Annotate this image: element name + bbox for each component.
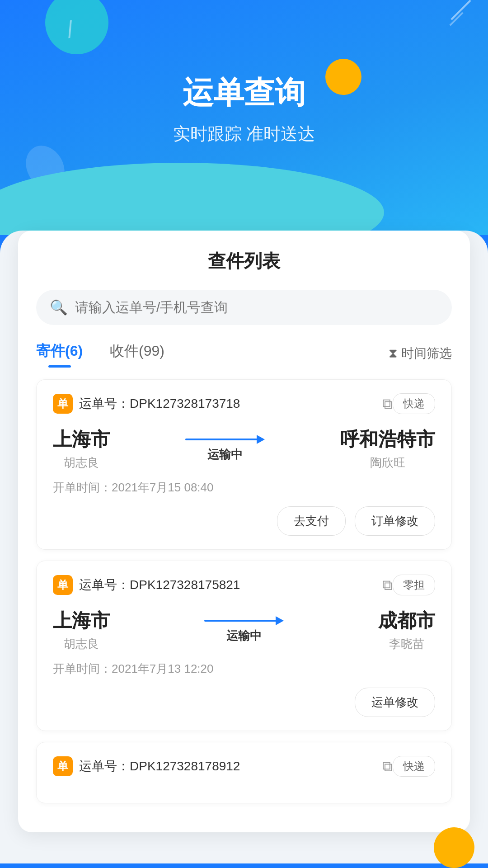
- shipment-card-1: 单 运单号：DPK127328173718 ⧉ 快递 上海市 胡志良 运输中: [36, 379, 452, 550]
- pay-button-1[interactable]: 去支付: [277, 506, 346, 536]
- from-person-2: 胡志良: [53, 636, 110, 652]
- shipment-card-2: 单 运单号：DPK127328175821 ⧉ 零担 上海市 胡志良 运输中: [36, 561, 452, 731]
- card-header-1: 单 运单号：DPK127328173718 ⧉ 快递: [53, 393, 435, 414]
- arrow-status-1: 运输中: [185, 435, 265, 462]
- card-header-3: 单 运单号：DPK127328178912 ⧉ 快递: [53, 756, 435, 777]
- from-city-block-1: 上海市 胡志良: [53, 427, 110, 471]
- arrow-line-1: [185, 435, 265, 444]
- open-time-1: 开单时间：2021年7月15 08:40: [53, 480, 435, 495]
- arrow-head-2: [276, 616, 284, 625]
- search-bar: 🔍: [36, 290, 452, 325]
- route-row-2: 上海市 胡志良 运输中 成都市 李晓苗: [53, 608, 435, 652]
- arrow-head-1: [257, 435, 265, 444]
- deco-leaf: [18, 139, 72, 196]
- copy-icon-1[interactable]: ⧉: [382, 396, 393, 412]
- deco-yellow-bottom: [434, 827, 474, 868]
- tabs-row: 寄件(6) 收件(99) ⧗ 时间筛选: [36, 341, 452, 366]
- order-icon-1: 单: [53, 394, 73, 414]
- filter-label: 时间筛选: [401, 345, 452, 362]
- to-city-2: 成都市: [378, 608, 435, 633]
- main-content: 查件列表 🔍 寄件(6) 收件(99) ⧗ 时间筛选 单 运单号：DPK1273…: [0, 231, 488, 863]
- time-filter-button[interactable]: ⧗ 时间筛选: [389, 345, 452, 362]
- from-person-1: 胡志良: [53, 455, 110, 471]
- hero-subtitle: 实时跟踪 准时送达: [0, 123, 488, 146]
- modify-button-1[interactable]: 订单修改: [355, 506, 435, 536]
- modify-button-2[interactable]: 运单修改: [355, 688, 435, 717]
- hero-title: 运单查询: [0, 0, 488, 113]
- line-segment-1: [185, 439, 258, 440]
- filter-icon: ⧗: [389, 346, 398, 361]
- from-city-2: 上海市: [53, 608, 110, 633]
- order-number-3: 运单号：DPK127328178912: [79, 758, 378, 775]
- from-city-1: 上海市: [53, 427, 110, 452]
- panel-title: 查件列表: [36, 249, 452, 274]
- status-text-2: 运输中: [226, 628, 262, 644]
- search-input[interactable]: [75, 300, 438, 315]
- to-person-1: 陶欣旺: [340, 455, 435, 471]
- order-icon-3: 单: [53, 756, 73, 776]
- search-icon: 🔍: [50, 299, 68, 316]
- arrow-line-2: [204, 616, 284, 625]
- shipment-card-3: 单 运单号：DPK127328178912 ⧉ 快递: [36, 742, 452, 803]
- tab-sent[interactable]: 寄件(6): [36, 341, 83, 366]
- route-row-1: 上海市 胡志良 运输中 呼和浩特市 陶欣旺: [53, 427, 435, 471]
- to-person-2: 李晓苗: [378, 636, 435, 652]
- to-city-block-1: 呼和浩特市 陶欣旺: [340, 427, 435, 471]
- badge-1: 快递: [393, 393, 435, 414]
- order-number-1: 运单号：DPK127328173718: [79, 395, 378, 412]
- status-text-1: 运输中: [207, 447, 243, 462]
- order-number-2: 运单号：DPK127328175821: [79, 576, 378, 594]
- card-panel: 查件列表 🔍 寄件(6) 收件(99) ⧗ 时间筛选 单 运单号：DPK1273…: [18, 231, 470, 832]
- from-city-block-2: 上海市 胡志良: [53, 608, 110, 652]
- hero-section: 运单查询 实时跟踪 准时送达: [0, 0, 488, 235]
- card-header-2: 单 运单号：DPK127328175821 ⧉ 零担: [53, 575, 435, 595]
- to-city-block-2: 成都市 李晓苗: [378, 608, 435, 652]
- copy-icon-3[interactable]: ⧉: [382, 758, 393, 775]
- badge-2: 零担: [393, 575, 435, 595]
- tab-received[interactable]: 收件(99): [110, 341, 164, 366]
- arrow-status-2: 运输中: [204, 616, 284, 644]
- copy-icon-2[interactable]: ⧉: [382, 577, 393, 594]
- to-city-1: 呼和浩特市: [340, 427, 435, 452]
- line-segment-2: [204, 620, 277, 622]
- card-actions-2: 运单修改: [53, 688, 435, 717]
- order-icon-2: 单: [53, 575, 73, 595]
- badge-3: 快递: [393, 756, 435, 777]
- card-actions-1: 去支付 订单修改: [53, 506, 435, 536]
- open-time-2: 开单时间：2021年7月13 12:20: [53, 661, 435, 677]
